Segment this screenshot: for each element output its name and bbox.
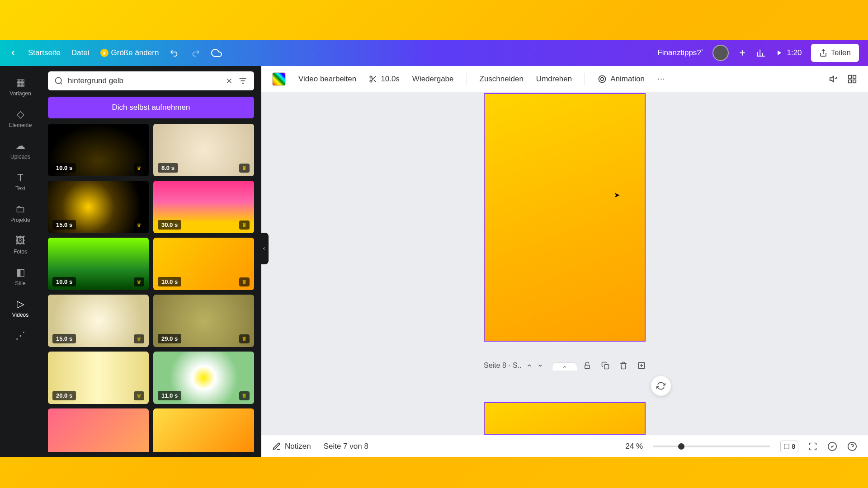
- avatar[interactable]: [712, 45, 729, 61]
- rail-elements-label: Elemente: [9, 122, 32, 128]
- page-label: Seite 8 - S..: [484, 361, 522, 370]
- canvas-scroll[interactable]: ➤ Seite 8 - S..: [261, 92, 868, 435]
- canvas-page[interactable]: ➤: [484, 93, 646, 342]
- duration-label: 1:20: [787, 48, 802, 57]
- add-member-button[interactable]: [738, 48, 747, 57]
- rail-photos[interactable]: 🖼 Fotos: [0, 230, 41, 260]
- color-picker[interactable]: [272, 72, 286, 86]
- zoom-slider[interactable]: [653, 446, 770, 447]
- premium-icon: ♛: [134, 391, 144, 400]
- video-result-item[interactable]: 8.0 s♛: [153, 124, 254, 176]
- svg-point-4: [601, 77, 604, 80]
- zoom-slider-handle[interactable]: [678, 443, 684, 450]
- animation-button[interactable]: Animation: [598, 75, 645, 84]
- video-result-item[interactable]: 30.0 s♛: [153, 181, 254, 233]
- resize-label: Größe ändern: [111, 48, 159, 57]
- expand-timeline-tab[interactable]: [552, 362, 577, 371]
- edit-video-button[interactable]: Video bearbeiten: [298, 75, 356, 84]
- playback-button[interactable]: Wiedergabe: [412, 75, 454, 84]
- redo-button[interactable]: [190, 48, 200, 58]
- rail-projects[interactable]: 🗀 Projekte: [0, 198, 41, 229]
- video-result-item[interactable]: 15.0 s♛: [48, 295, 149, 347]
- duplicate-button[interactable]: [601, 361, 609, 370]
- video-result-item[interactable]: 10.0 s♛: [48, 238, 149, 290]
- record-yourself-button[interactable]: Dich selbst aufnehmen: [48, 97, 254, 118]
- video-result-item[interactable]: 29.0 s♛: [153, 295, 254, 347]
- rail-more[interactable]: ⋰: [0, 324, 41, 347]
- svg-point-3: [599, 75, 606, 82]
- video-results-grid: 10.0 s♛8.0 s♛15.0 s♛30.0 s♛10.0 s♛10.0 s…: [48, 124, 254, 452]
- help-button[interactable]: [847, 441, 857, 451]
- svg-rect-5: [849, 75, 851, 78]
- lock-button[interactable]: [583, 361, 591, 370]
- video-result-item[interactable]: [153, 408, 254, 452]
- premium-icon: ♛: [239, 164, 250, 173]
- add-page-button[interactable]: [637, 361, 646, 370]
- svg-point-1: [370, 76, 373, 78]
- canvas-page-next[interactable]: [484, 402, 646, 435]
- share-label: Teilen: [831, 48, 851, 57]
- insights-button[interactable]: [756, 48, 766, 58]
- resize-button[interactable]: ♛ Größe ändern: [100, 48, 159, 57]
- undo-button[interactable]: [170, 48, 179, 58]
- video-result-item[interactable]: [48, 408, 149, 452]
- cloud-sync-icon[interactable]: [211, 47, 222, 58]
- premium-icon: ♛: [134, 221, 144, 230]
- clip-duration-button[interactable]: 10.0s: [369, 75, 400, 84]
- crown-icon: ♛: [100, 49, 108, 57]
- page-up-button[interactable]: [526, 362, 533, 369]
- page-indicator[interactable]: Seite 7 von 8: [324, 442, 368, 451]
- canvas-area: Video bearbeiten 10.0s Wiedergabe Zuschn…: [261, 66, 868, 457]
- divider: [467, 73, 467, 85]
- delete-button[interactable]: [619, 361, 627, 370]
- duration-badge: 10.0 s: [52, 277, 76, 286]
- back-button[interactable]: [9, 49, 17, 57]
- video-result-item[interactable]: 11.0 s♛: [153, 352, 254, 404]
- crop-button[interactable]: Zuschneiden: [480, 75, 524, 84]
- pages-overview-button[interactable]: 8: [780, 441, 798, 452]
- share-button[interactable]: Teilen: [811, 44, 859, 62]
- duration-badge: 29.0 s: [158, 334, 181, 343]
- flip-button[interactable]: Umdrehen: [536, 75, 572, 84]
- premium-icon: ♛: [239, 221, 250, 230]
- document-title[interactable]: Finanztipps?`: [657, 48, 703, 57]
- collapse-panel-button[interactable]: [259, 233, 269, 264]
- svg-rect-6: [853, 75, 856, 78]
- notes-button[interactable]: Notizen: [272, 442, 311, 451]
- more-options-button[interactable]: ⋯: [657, 74, 665, 84]
- file-menu[interactable]: Datei: [71, 48, 90, 57]
- clip-duration-label: 10.0s: [381, 75, 400, 84]
- play-preview-button[interactable]: 1:20: [775, 48, 802, 57]
- templates-icon: ▦: [16, 77, 25, 89]
- search-input[interactable]: [68, 76, 221, 85]
- zoom-percent[interactable]: 24 %: [625, 442, 643, 451]
- divider: [585, 73, 585, 85]
- clear-search-button[interactable]: [225, 77, 233, 85]
- premium-icon: ♛: [134, 334, 144, 343]
- video-result-item[interactable]: 15.0 s♛: [48, 181, 149, 233]
- refresh-button[interactable]: [651, 376, 671, 396]
- svg-point-0: [56, 78, 61, 84]
- rail-styles[interactable]: ◧ Stile: [0, 261, 41, 292]
- rail-videos[interactable]: ▷ Videos: [0, 293, 41, 324]
- rail-elements[interactable]: ◇ Elemente: [0, 103, 41, 134]
- video-result-item[interactable]: 10.0 s♛: [48, 124, 149, 176]
- rail-uploads[interactable]: ☁ Uploads: [0, 135, 41, 165]
- transparency-button[interactable]: [847, 74, 857, 84]
- video-result-item[interactable]: 20.0 s♛: [48, 352, 149, 404]
- premium-icon: ♛: [239, 277, 250, 286]
- page-down-button[interactable]: [537, 362, 543, 369]
- text-icon: T: [17, 172, 23, 183]
- filter-button[interactable]: [238, 76, 248, 86]
- audio-button[interactable]: [829, 74, 839, 84]
- rail-text[interactable]: T Text: [0, 166, 41, 197]
- animation-label: Animation: [610, 75, 645, 84]
- home-link[interactable]: Startseite: [28, 48, 61, 57]
- video-result-item[interactable]: 10.0 s♛: [153, 238, 254, 290]
- fullscreen-button[interactable]: [808, 442, 817, 451]
- svg-rect-10: [604, 365, 609, 369]
- rail-photos-label: Fotos: [14, 249, 27, 255]
- check-button[interactable]: [827, 441, 837, 451]
- rail-templates[interactable]: ▦ Vorlagen: [0, 71, 41, 102]
- duration-badge: 8.0 s: [158, 163, 178, 173]
